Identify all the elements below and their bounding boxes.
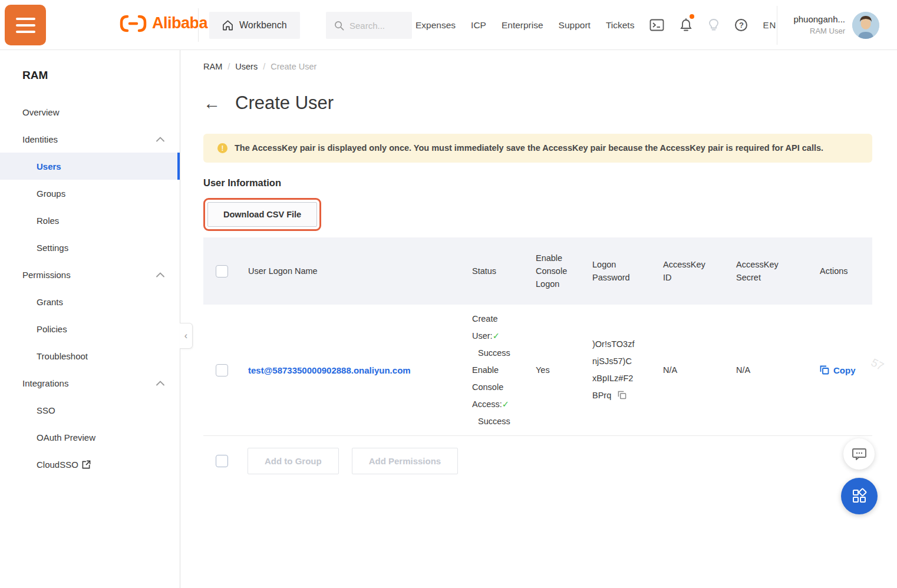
sidebar-title: RAM bbox=[22, 69, 180, 82]
breadcrumb-users[interactable]: Users bbox=[235, 62, 258, 71]
workbench-button[interactable]: Workbench bbox=[209, 12, 300, 39]
col-logon-password: Logon Password bbox=[592, 258, 645, 284]
nav-enterprise[interactable]: Enterprise bbox=[502, 20, 543, 31]
search-icon bbox=[334, 21, 344, 31]
user-logon-name-link[interactable]: test@5873350000902888.onaliyun.com bbox=[248, 365, 411, 375]
sidebar-item-overview[interactable]: Overview bbox=[0, 98, 180, 125]
sidebar-group-integrations[interactable]: Integrations bbox=[0, 369, 180, 397]
col-user-logon-name: User Logon Name bbox=[248, 265, 472, 278]
breadcrumb-separator: / bbox=[227, 62, 230, 71]
add-to-group-button[interactable]: Add to Group bbox=[248, 448, 339, 474]
row-checkbox[interactable] bbox=[216, 364, 228, 376]
breadcrumb-current: Create User bbox=[271, 62, 316, 71]
alibaba-cloud-brackets-icon bbox=[120, 15, 147, 32]
top-header: Alibaba Cloud Workbench Expenses ICP Ent… bbox=[0, 0, 897, 50]
download-csv-button[interactable]: Download CSV File bbox=[207, 202, 317, 227]
success-check-icon: ✓ bbox=[502, 399, 509, 409]
sidebar-group-identities[interactable]: Identities bbox=[0, 125, 180, 153]
account-menu[interactable]: phuonganh... RAM User bbox=[783, 0, 879, 50]
header-divider bbox=[777, 6, 777, 45]
copy-icon bbox=[820, 365, 829, 375]
nav-tickets[interactable]: Tickets bbox=[606, 20, 635, 31]
app-launcher-button[interactable] bbox=[841, 478, 878, 514]
lightbulb-icon[interactable] bbox=[708, 18, 720, 32]
help-icon[interactable]: ? bbox=[735, 19, 747, 31]
back-arrow-icon[interactable]: ← bbox=[203, 94, 220, 112]
success-check-icon: ✓ bbox=[493, 331, 500, 341]
col-accesskey-id: AccessKey ID bbox=[663, 258, 719, 284]
notification-dot bbox=[690, 14, 694, 19]
chevron-up-icon bbox=[156, 272, 164, 278]
accesskey-id-cell: N/A bbox=[663, 365, 736, 375]
home-icon bbox=[222, 20, 233, 31]
account-name: phuonganh... bbox=[793, 14, 845, 25]
language-selector[interactable]: EN bbox=[763, 20, 776, 30]
status-cell: Create User:✓ Success Enable Console Acc… bbox=[472, 310, 536, 430]
sidebar-item-troubleshoot[interactable]: Troubleshoot bbox=[0, 342, 180, 369]
page-title: Create User bbox=[235, 93, 334, 114]
add-permissions-button[interactable]: Add Permissions bbox=[352, 448, 459, 474]
copy-password-icon[interactable] bbox=[618, 391, 626, 399]
cloud-shell-icon[interactable] bbox=[649, 19, 664, 31]
nav-support[interactable]: Support bbox=[559, 20, 591, 31]
workbench-label: Workbench bbox=[239, 20, 287, 31]
select-all-checkbox[interactable] bbox=[216, 265, 228, 278]
sidebar-item-sso[interactable]: SSO bbox=[0, 397, 180, 424]
sidebar: RAM Overview Identities Users Groups Rol… bbox=[0, 50, 180, 588]
global-search[interactable] bbox=[326, 12, 412, 39]
sidebar-item-users[interactable]: Users bbox=[0, 153, 180, 180]
col-accesskey-secret: AccessKey Secret bbox=[736, 258, 792, 284]
main-content: RAM / Users / Create User ← Create User … bbox=[180, 50, 897, 588]
feedback-chat-button[interactable] bbox=[843, 438, 875, 470]
header-nav: Expenses ICP Enterprise Support Tickets bbox=[415, 0, 776, 50]
breadcrumb: RAM / Users / Create User bbox=[203, 62, 872, 71]
avatar[interactable] bbox=[852, 12, 879, 39]
sidebar-item-settings[interactable]: Settings bbox=[0, 234, 180, 261]
sidebar-item-oauth-preview[interactable]: OAuth Preview bbox=[0, 424, 180, 451]
table-row: test@5873350000902888.onaliyun.com Creat… bbox=[203, 305, 872, 436]
chevron-up-icon bbox=[156, 381, 164, 386]
table-footer: Add to Group Add Permissions bbox=[203, 436, 872, 474]
breadcrumb-ram[interactable]: RAM bbox=[203, 62, 222, 71]
sidebar-item-policies[interactable]: Policies bbox=[0, 315, 180, 342]
copy-action-button[interactable]: Copy bbox=[820, 365, 856, 375]
section-title-user-information: User Information bbox=[203, 177, 872, 189]
app-grid-icon bbox=[850, 487, 868, 505]
sidebar-item-cloudsso[interactable]: CloudSSO bbox=[0, 451, 180, 478]
warning-message: The AccessKey pair is displayed only onc… bbox=[235, 141, 823, 155]
sidebar-item-grants[interactable]: Grants bbox=[0, 288, 180, 315]
sidebar-group-permissions[interactable]: Permissions bbox=[0, 261, 180, 288]
nav-expenses[interactable]: Expenses bbox=[415, 20, 456, 31]
sidebar-collapse-handle[interactable]: ‹ bbox=[180, 323, 193, 349]
sidebar-item-roles[interactable]: Roles bbox=[0, 207, 180, 234]
chat-bubble-icon bbox=[852, 447, 867, 461]
col-enable-console-logon: Enable Console Logon bbox=[536, 252, 578, 290]
sidebar-item-groups[interactable]: Groups bbox=[0, 180, 180, 207]
accesskey-warning-banner: ! The AccessKey pair is displayed only o… bbox=[203, 134, 872, 163]
col-actions: Actions bbox=[820, 265, 872, 278]
accesskey-secret-cell: N/A bbox=[736, 365, 820, 375]
breadcrumb-separator: / bbox=[263, 62, 265, 71]
col-status: Status bbox=[472, 265, 513, 278]
hamburger-menu-button[interactable] bbox=[5, 5, 46, 45]
table-header-row: User Logon Name Status Enable Console Lo… bbox=[203, 237, 872, 305]
chevron-up-icon bbox=[156, 137, 164, 142]
logon-password-cell: )Or!sTO3zf njSJs57)C xBpILz#F2 BPrq bbox=[592, 336, 663, 404]
download-csv-highlight-ring: Download CSV File bbox=[203, 198, 321, 231]
nav-icp[interactable]: ICP bbox=[471, 20, 486, 31]
external-link-icon bbox=[82, 460, 91, 469]
enable-console-logon-cell: Yes bbox=[536, 365, 592, 375]
header-divider bbox=[198, 8, 199, 42]
notifications-bell-icon[interactable] bbox=[680, 18, 692, 32]
account-role: RAM User bbox=[793, 25, 845, 37]
search-input[interactable] bbox=[349, 21, 403, 31]
warning-icon: ! bbox=[217, 143, 227, 153]
footer-select-all-checkbox[interactable] bbox=[216, 455, 228, 467]
